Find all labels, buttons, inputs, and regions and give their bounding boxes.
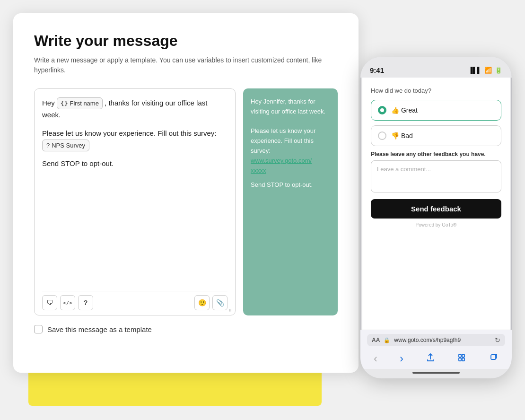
- question-icon: ?: [84, 299, 88, 306]
- variable-firstname-chip[interactable]: {} First name: [57, 97, 103, 109]
- text-hey: Hey: [42, 99, 57, 107]
- survey-option-bad[interactable]: 👎 Bad: [371, 125, 501, 146]
- svg-rect-0: [459, 354, 461, 357]
- editor-line-1: Hey {} First name , thanks for visiting …: [42, 97, 228, 121]
- toolbar-right: 🙂 📎: [194, 295, 228, 310]
- page-title: Write your message: [34, 32, 338, 50]
- save-template-checkbox[interactable]: [34, 325, 43, 333]
- survey-chip[interactable]: ? NPS Survey: [42, 140, 89, 151]
- toolbar-left: 🗨 </> ?: [42, 295, 93, 310]
- browser-nav-row: ‹ ›: [367, 350, 505, 367]
- message-icon: 🗨: [46, 299, 53, 306]
- radio-great: [378, 106, 386, 114]
- survey-question: How did we do today?: [371, 87, 501, 94]
- survey-option-great[interactable]: 👍 Great: [371, 100, 501, 121]
- editor-panel[interactable]: Hey {} First name , thanks for visiting …: [34, 88, 236, 315]
- code-icon-button[interactable]: </>: [60, 295, 75, 310]
- feedback-label: Please leave any other feedback you have…: [371, 151, 501, 158]
- survey-label: NPS Survey: [52, 140, 85, 150]
- lock-icon: 🔒: [384, 337, 390, 343]
- phone-status-bar: 9:41 ▐▌▌ 📶 🔋: [360, 57, 512, 78]
- preview-panel: Hey Jennifer, thanks for visiting our of…: [243, 88, 338, 315]
- code-icon: </>: [63, 300, 72, 306]
- emoji-icon-button[interactable]: 🙂: [194, 295, 210, 310]
- browser-url-row: AA 🔒 www.goto.com/s/hp9agfh9 ↻: [367, 334, 505, 346]
- radio-bad: [378, 131, 386, 140]
- survey-icon: ?: [46, 140, 50, 150]
- attachment-icon-button[interactable]: 📎: [212, 295, 228, 310]
- phone-status-icons: ▐▌▌ 📶 🔋: [468, 67, 502, 74]
- signal-icon: ▐▌▌: [468, 67, 481, 74]
- save-template-label: Save this message as a template: [47, 325, 152, 333]
- variable-label: First name: [70, 98, 99, 108]
- phone-home-indicator: [360, 369, 512, 378]
- refresh-icon[interactable]: ↻: [495, 336, 500, 344]
- resize-handle: ⠿: [228, 308, 233, 313]
- bookmarks-button[interactable]: [454, 352, 471, 366]
- attachment-icon: 📎: [216, 299, 224, 306]
- phone-time: 9:41: [370, 66, 384, 74]
- message-icon-button[interactable]: 🗨: [42, 295, 57, 310]
- wifi-icon: 📶: [484, 67, 492, 74]
- phone-screen: How did we do today? 👍 Great 👎 Bad Pleas…: [362, 78, 510, 330]
- phone-browser-bar: AA 🔒 www.goto.com/s/hp9agfh9 ↻ ‹ ›: [360, 330, 512, 369]
- editor-toolbar: 🗨 </> ? 🙂 📎: [42, 291, 228, 310]
- svg-rect-1: [462, 354, 464, 357]
- preview-text: Hey Jennifer, thanks for visiting our of…: [251, 97, 330, 175]
- forward-button[interactable]: ›: [396, 351, 407, 366]
- phone-survey-content: How did we do today? 👍 Great 👎 Bad Pleas…: [362, 78, 510, 330]
- editor-line-3: Send STOP to opt-out.: [42, 158, 228, 170]
- comment-placeholder: Leave a comment...: [377, 166, 431, 173]
- option-bad-label: 👎 Bad: [391, 132, 413, 140]
- phone-mockup: 9:41 ▐▌▌ 📶 🔋 How did we do today? 👍 Grea…: [360, 57, 512, 378]
- browser-aa: AA: [372, 337, 380, 343]
- preview-link: www.survey.goto.com/xxxxx: [251, 157, 312, 174]
- send-feedback-button[interactable]: Send feedback: [371, 199, 501, 219]
- emoji-icon: 🙂: [198, 299, 206, 306]
- editor-area: Hey {} First name , thanks for visiting …: [34, 88, 338, 315]
- preview-footer: Send STOP to opt-out.: [251, 180, 330, 190]
- browser-url[interactable]: www.goto.com/s/hp9agfh9: [394, 337, 491, 343]
- back-button[interactable]: ‹: [370, 351, 381, 366]
- comment-box[interactable]: Leave a comment...: [371, 160, 501, 192]
- svg-rect-2: [459, 358, 461, 361]
- save-template-row: Save this message as a template: [34, 325, 338, 333]
- share-button[interactable]: [422, 352, 439, 366]
- battery-icon: 🔋: [495, 67, 502, 74]
- editor-content: Hey {} First name , thanks for visiting …: [42, 97, 228, 287]
- page-subtitle: Write a new message or apply a template.…: [34, 55, 338, 75]
- home-bar: [412, 372, 460, 374]
- variable-icon: {}: [61, 98, 68, 108]
- svg-rect-4: [491, 355, 496, 359]
- text-survey-intro: Please let us know your experience. Fill…: [42, 129, 217, 137]
- editor-line-2: Please let us know your experience. Fill…: [42, 128, 228, 151]
- question-icon-button[interactable]: ?: [78, 295, 93, 310]
- option-great-label: 👍 Great: [391, 106, 418, 114]
- main-card: Write your message Write a new message o…: [13, 13, 359, 373]
- svg-rect-3: [462, 358, 464, 361]
- powered-by: Powered by GoTo®: [371, 222, 501, 228]
- tabs-button[interactable]: [485, 352, 502, 365]
